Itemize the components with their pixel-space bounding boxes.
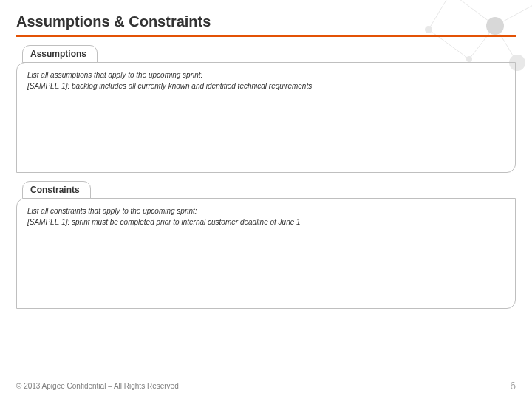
constraints-line2: [SAMPLE 1]: sprint must be completed pri…	[27, 217, 505, 228]
footer: © 2013 Apigee Confidential – All Rights …	[16, 380, 516, 392]
copyright-text: © 2013 Apigee Confidential – All Rights …	[16, 382, 179, 390]
assumptions-box: List all assumptions that apply to the u…	[16, 62, 516, 173]
page-title: Assumptions & Constraints	[16, 13, 516, 30]
constraints-box: List all constraints that apply to the u…	[16, 198, 516, 309]
constraints-section: Constraints List all constraints that ap…	[16, 180, 516, 309]
constraints-label: Constraints	[22, 181, 91, 199]
assumptions-line2: [SAMPLE 1]: backlog includes all current…	[27, 81, 505, 92]
assumptions-label: Assumptions	[22, 45, 98, 63]
constraints-line1: List all constraints that apply to the u…	[27, 206, 505, 216]
assumptions-line1: List all assumptions that apply to the u…	[27, 70, 505, 81]
assumptions-section: Assumptions List all assumptions that ap…	[16, 44, 516, 173]
page-number: 6	[510, 380, 516, 392]
title-underline	[16, 35, 516, 37]
